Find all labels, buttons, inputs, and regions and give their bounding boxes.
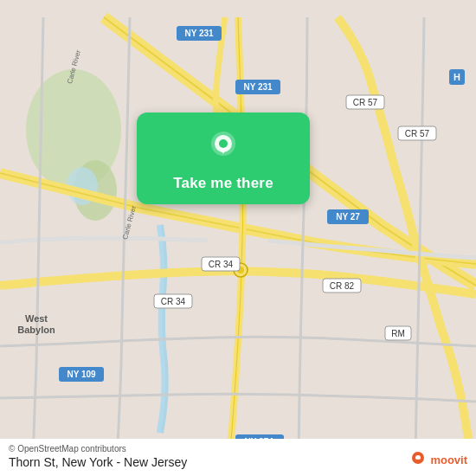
location-pin-icon (204, 128, 242, 166)
map-background: NY 231 NY 231 CR 57 CR 57 H NY 27 CR 34 … (0, 0, 476, 476)
moovit-logo: moovit (408, 450, 467, 469)
take-me-there-button[interactable]: Take me there (173, 175, 273, 192)
svg-text:CR 57: CR 57 (405, 129, 430, 138)
moovit-icon (408, 450, 428, 469)
svg-text:CR 34: CR 34 (209, 260, 234, 269)
svg-text:CR 82: CR 82 (330, 281, 355, 291)
svg-text:NY 231: NY 231 (243, 82, 273, 92)
svg-text:CR 34: CR 34 (161, 297, 186, 306)
svg-text:West: West (25, 313, 48, 324)
svg-text:NY 109: NY 109 (67, 370, 96, 379)
location-title: Thorn St, New York - New Jersey (9, 455, 467, 469)
svg-text:NY 27: NY 27 (336, 212, 360, 222)
svg-text:RM: RM (391, 329, 405, 338)
svg-text:CR 57: CR 57 (353, 98, 378, 107)
svg-text:Babylon: Babylon (17, 325, 55, 335)
svg-text:H: H (453, 72, 460, 82)
map-container: NY 231 NY 231 CR 57 CR 57 H NY 27 CR 34 … (0, 0, 476, 476)
take-me-there-card[interactable]: Take me there (137, 113, 310, 204)
svg-text:NY 231: NY 231 (184, 29, 214, 38)
svg-point-37 (219, 139, 228, 148)
moovit-brand-text: moovit (430, 453, 467, 466)
bottom-bar: © OpenStreetMap contributors Thorn St, N… (0, 439, 476, 476)
map-attribution: © OpenStreetMap contributors (9, 444, 467, 453)
